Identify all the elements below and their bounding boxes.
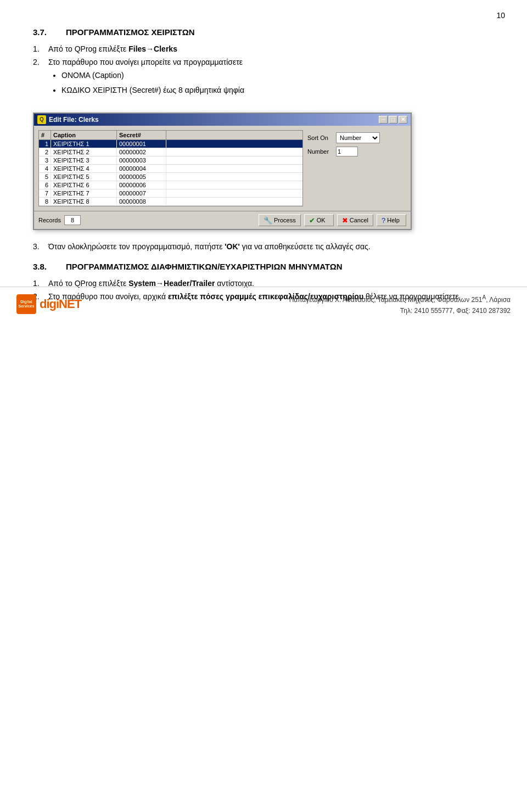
step1-num: 1. bbox=[33, 44, 48, 53]
process-label: Process bbox=[274, 217, 296, 223]
dialog-body: # Caption Secret# 1 ΧΕΙΡΙΣΤΗΣ 1 00000001… bbox=[34, 126, 411, 211]
cell-secret: 00000007 bbox=[117, 189, 166, 197]
footer-logo: Digital Services digiNET bbox=[16, 294, 81, 314]
cell-secret: 00000004 bbox=[117, 165, 166, 172]
table-row[interactable]: 5 ΧΕΙΡΙΣΤΗΣ 5 00000005 bbox=[39, 173, 302, 181]
cell-caption: ΧΕΙΡΙΣΤΗΣ 2 bbox=[51, 148, 117, 156]
dialog-title-text: Edit File: Clerks bbox=[49, 116, 99, 124]
close-button[interactable]: ✕ bbox=[399, 116, 407, 124]
step2-content: Στο παράθυρο που ανοίγει μπορείτε να προ… bbox=[48, 58, 244, 103]
table-header: # Caption Secret# bbox=[39, 131, 302, 140]
right-panel: Sort On Number Number bbox=[307, 130, 406, 206]
cell-num: 8 bbox=[39, 198, 51, 205]
process-icon: 🔧 bbox=[264, 216, 272, 225]
table-row[interactable]: 8 ΧΕΙΡΙΣΤΗΣ 8 00000008 bbox=[39, 198, 302, 206]
cancel-button[interactable]: ✖ Cancel bbox=[337, 214, 373, 226]
section-37-num: 3.7. bbox=[33, 27, 55, 37]
clerks-table: # Caption Secret# 1 ΧΕΙΡΙΣΤΗΣ 1 00000001… bbox=[38, 130, 303, 206]
sort-on-label: Sort On bbox=[307, 135, 334, 141]
cell-num: 6 bbox=[39, 181, 51, 189]
cancel-icon: ✖ bbox=[342, 216, 348, 225]
step3-text: Όταν ολοκληρώσετε τον προγραμματισμό, πα… bbox=[48, 242, 371, 251]
cell-caption: ΧΕΙΡΙΣΤΗΣ 7 bbox=[51, 189, 117, 197]
col-header-caption: Caption bbox=[51, 131, 117, 139]
cell-caption: ΧΕΙΡΙΣΤΗΣ 4 bbox=[51, 165, 117, 172]
bullet-onomia: ΟΝΟΜΑ (Caption) bbox=[61, 69, 244, 82]
step2-num: 2. bbox=[33, 58, 48, 103]
maximize-button[interactable]: □ bbox=[389, 116, 397, 124]
page-footer: Digital Services digiNET Παπαγεωργίου Χ.… bbox=[0, 287, 527, 322]
cancel-label: Cancel bbox=[350, 217, 368, 223]
table-row[interactable]: 3 ΧΕΙΡΙΣΤΗΣ 3 00000003 bbox=[39, 156, 302, 165]
ok-button[interactable]: ✔ OK bbox=[304, 214, 334, 226]
cell-secret: 00000003 bbox=[117, 156, 166, 164]
table-row[interactable]: 7 ΧΕΙΡΙΣΤΗΣ 7 00000007 bbox=[39, 189, 302, 198]
page-number: 10 bbox=[496, 11, 505, 20]
logo-text: digiNET bbox=[40, 297, 81, 311]
section-38-title: ΠΡΟΓΡΑΜΜΑΤΙΣΜΟΣ ΔΙΑΦΗΜΙΣΤΙΚΩΝ/ΕΥΧΑΡΙΣΤΗΡ… bbox=[66, 262, 343, 271]
col-header-num: # bbox=[39, 131, 51, 139]
cell-num: 5 bbox=[39, 173, 51, 181]
help-label: Help bbox=[387, 217, 400, 223]
bullet-kodikos: ΚΩΔΙΚΟ ΧΕΙΡΙΣΤΗ (Secret#) έως 8 αριθμητι… bbox=[61, 83, 244, 97]
minimize-button[interactable]: ─ bbox=[379, 116, 388, 124]
cell-num: 3 bbox=[39, 156, 51, 164]
process-button[interactable]: 🔧 Process bbox=[259, 214, 301, 226]
sort-on-select[interactable]: Number bbox=[336, 132, 380, 143]
cell-caption: ΧΕΙΡΙΣΤΗΣ 5 bbox=[51, 173, 117, 181]
footer-address: Παπαγεωργίου Χ. Αθανάσιος, Ταμειακές Μηχ… bbox=[289, 293, 511, 317]
cell-num: 1 bbox=[39, 140, 51, 148]
cell-num: 7 bbox=[39, 189, 51, 197]
step2-text: Στο παράθυρο που ανοίγει μπορείτε να προ… bbox=[48, 58, 243, 66]
table-rows: 1 ΧΕΙΡΙΣΤΗΣ 1 00000001 2 ΧΕΙΡΙΣΤΗΣ 2 000… bbox=[39, 140, 302, 206]
dialog-titlebar: Q Edit File: Clerks ─ □ ✕ bbox=[34, 114, 411, 126]
logo-box: Digital Services bbox=[16, 294, 36, 314]
cell-num: 2 bbox=[39, 148, 51, 156]
cell-secret: 00000002 bbox=[117, 148, 166, 156]
dialog-footer: Records 🔧 Process ✔ OK ✖ Cancel ? Help bbox=[34, 211, 411, 229]
help-button[interactable]: ? Help bbox=[377, 214, 406, 226]
cell-secret: 00000008 bbox=[117, 198, 166, 205]
records-input[interactable] bbox=[64, 215, 81, 225]
records-label: Records bbox=[38, 217, 61, 223]
table-row[interactable]: 4 ΧΕΙΡΙΣΤΗΣ 4 00000004 bbox=[39, 165, 302, 173]
edit-file-dialog: Q Edit File: Clerks ─ □ ✕ # Caption Secr… bbox=[33, 113, 412, 230]
cell-secret: 00000005 bbox=[117, 173, 166, 181]
number-label: Number bbox=[307, 148, 334, 155]
number-input[interactable] bbox=[336, 147, 358, 156]
col-header-secret: Secret# bbox=[117, 131, 166, 139]
cell-caption: ΧΕΙΡΙΣΤΗΣ 3 bbox=[51, 156, 117, 164]
ok-icon: ✔ bbox=[309, 216, 315, 225]
cell-caption: ΧΕΙΡΙΣΤΗΣ 1 bbox=[51, 140, 117, 148]
ok-label: OK bbox=[317, 217, 326, 223]
help-icon: ? bbox=[382, 216, 385, 225]
table-row[interactable]: 2 ΧΕΙΡΙΣΤΗΣ 2 00000002 bbox=[39, 148, 302, 156]
section-37-title: ΠΡΟΓΡΑΜΜΑΤΙΣΜΟΣ ΧΕΙΡΙΣΤΩΝ bbox=[66, 27, 195, 37]
table-row[interactable]: 1 ΧΕΙΡΙΣΤΗΣ 1 00000001 bbox=[39, 140, 302, 148]
section-38-num: 3.8. bbox=[33, 262, 55, 271]
step1-text: Από το QProg επιλέξτε Files→Clerks bbox=[48, 44, 177, 53]
cell-caption: ΧΕΙΡΙΣΤΗΣ 8 bbox=[51, 198, 117, 205]
dialog-title-icon: Q bbox=[37, 115, 46, 124]
cell-secret: 00000001 bbox=[117, 140, 166, 148]
cell-secret: 00000006 bbox=[117, 181, 166, 189]
step3-num: 3. bbox=[33, 242, 48, 251]
cell-caption: ΧΕΙΡΙΣΤΗΣ 6 bbox=[51, 181, 117, 189]
cell-num: 4 bbox=[39, 165, 51, 172]
table-row[interactable]: 6 ΧΕΙΡΙΣΤΗΣ 6 00000006 bbox=[39, 181, 302, 189]
